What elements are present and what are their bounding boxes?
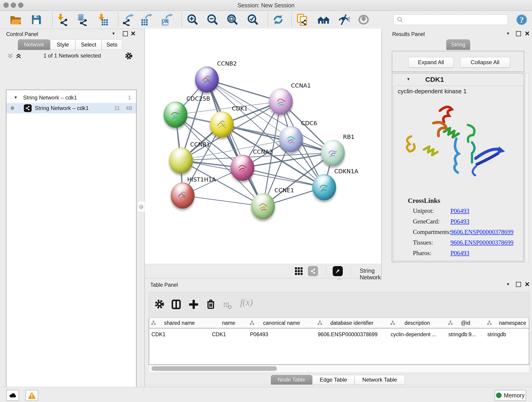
- left-splitter-handle[interactable]: [138, 201, 145, 212]
- network-row-selected[interactable]: String Network – cdk1 11 48: [6, 103, 136, 114]
- tab-select[interactable]: Select: [75, 39, 102, 50]
- network-node-label: CDC25B: [186, 95, 210, 102]
- hide-selected-icon[interactable]: [337, 13, 350, 26]
- table-cell[interactable]: stringdb:9...: [446, 330, 485, 339]
- export-network-icon[interactable]: [122, 13, 135, 26]
- close-panel-icon[interactable]: [525, 282, 529, 287]
- section-expander-icon[interactable]: ▼: [406, 77, 410, 82]
- window-title: Session: New Session: [0, 2, 532, 9]
- search-input[interactable]: [394, 14, 508, 25]
- home-view-icon[interactable]: [317, 13, 330, 26]
- memory-button[interactable]: Memory: [495, 390, 526, 401]
- import-network-icon[interactable]: [56, 13, 69, 26]
- export-image-icon[interactable]: [160, 13, 173, 26]
- crosslinks-list: Uniprot:P06493GeneCard:P06493Compartment…: [394, 86, 523, 261]
- control-panel: Control Panel ▼ Network Style Select Set…: [0, 29, 144, 387]
- network-collection-row[interactable]: ▼ String Network – cdk1 1: [6, 92, 136, 103]
- delete-column-icon[interactable]: [205, 299, 216, 311]
- zoom-selected-icon[interactable]: [246, 13, 260, 26]
- table-cell[interactable]: stringdb: [485, 330, 529, 339]
- node-count: 11: [114, 105, 120, 111]
- show-eye-icon[interactable]: [357, 13, 370, 26]
- table-cell[interactable]: P06493: [248, 330, 316, 339]
- network-node-label: CCNB2: [217, 60, 237, 67]
- open-folder-icon[interactable]: [9, 13, 22, 26]
- crosslink-link[interactable]: P06493: [450, 218, 469, 225]
- save-session-icon[interactable]: [30, 13, 43, 26]
- float-panel-icon[interactable]: [516, 31, 521, 36]
- toolbar-divider: [326, 266, 326, 275]
- network-node-RB1[interactable]: [321, 140, 345, 166]
- network-node-label: RB1: [343, 134, 355, 140]
- table-panel-title: Table Panel: [150, 282, 178, 288]
- collection-label: String Network – cdk1: [23, 95, 77, 101]
- tab-edge-table[interactable]: Edge Table: [312, 375, 355, 385]
- import-database-icon[interactable]: [75, 13, 88, 26]
- table-gear-icon[interactable]: [154, 299, 165, 311]
- table-cell[interactable]: CDK1: [210, 330, 248, 339]
- network-node-CDC25B[interactable]: [164, 102, 187, 128]
- create-column-icon[interactable]: [188, 299, 199, 311]
- search-text-field[interactable]: [404, 16, 507, 23]
- crosslink-link[interactable]: 9606.ENSP00000378699: [450, 239, 513, 246]
- gear-icon[interactable]: [124, 51, 133, 61]
- birdseye-grid-icon[interactable]: [294, 267, 303, 277]
- tab-style[interactable]: Style: [50, 39, 75, 50]
- float-panel-icon[interactable]: [516, 282, 521, 287]
- protein-ribbon-thumbnail: [200, 73, 214, 88]
- network-node-CDK1[interactable]: [210, 111, 234, 138]
- zoom-out-icon[interactable]: [206, 13, 219, 26]
- network-node-CCNB2[interactable]: [195, 66, 219, 93]
- results-panel-title: Results Panel: [392, 31, 425, 37]
- table-h-scrollbar[interactable]: [149, 365, 529, 372]
- export-table-icon[interactable]: [139, 13, 153, 26]
- string-view-toggle-icon[interactable]: [308, 266, 318, 276]
- warning-button[interactable]: [25, 390, 38, 401]
- network-node-CCNA1[interactable]: [269, 89, 293, 115]
- crosslink-link[interactable]: P06493: [450, 207, 469, 215]
- network-node-label: CCNE1: [274, 187, 294, 194]
- string-network-icon: [24, 104, 32, 112]
- refresh-view-icon[interactable]: [272, 13, 285, 26]
- panel-menu-icon[interactable]: ▼: [506, 32, 510, 36]
- network-canvas[interactable]: CCNB2CCNA1CDC25BCDK1CDC6RB1CCNB1CCNA2CDK…: [145, 29, 381, 264]
- close-panel-icon[interactable]: [525, 31, 529, 36]
- import-table-icon[interactable]: [96, 13, 109, 26]
- results-scrollbar[interactable]: [525, 73, 529, 262]
- panel-menu-icon[interactable]: ▼: [112, 32, 115, 36]
- zoom-fit-icon[interactable]: [226, 13, 239, 26]
- close-panel-icon[interactable]: [131, 31, 135, 36]
- network-node-label: HIST1H1A: [187, 176, 216, 183]
- tab-network-table[interactable]: Network Table: [355, 375, 405, 385]
- expand-all-button[interactable]: Expand All: [408, 57, 454, 68]
- network-node-CCNE1[interactable]: [251, 193, 275, 219]
- tab-network[interactable]: Network: [18, 39, 50, 50]
- cloud-button[interactable]: [6, 390, 19, 401]
- gene-detail-box: cyclin-dependent kinase 1 CrossLinks: [393, 86, 523, 261]
- table-cell[interactable]: cyclin-dependent ...: [388, 330, 446, 339]
- tab-string[interactable]: String: [446, 39, 470, 50]
- float-panel-icon[interactable]: [123, 31, 128, 36]
- crosslink-link[interactable]: P06493: [450, 249, 469, 257]
- scrollbar-thumb[interactable]: [152, 366, 277, 371]
- table-cell[interactable]: CDK1: [149, 330, 210, 339]
- zoom-in-icon[interactable]: [186, 13, 199, 26]
- clone-network-icon[interactable]: [296, 13, 309, 26]
- toolbar-separator: [118, 13, 119, 27]
- tab-sets[interactable]: Sets: [102, 39, 122, 50]
- panel-menu-icon[interactable]: ▼: [506, 282, 510, 287]
- collapse-all-button[interactable]: Collapse All: [460, 57, 510, 68]
- tree-expander-icon[interactable]: ▼: [14, 95, 18, 100]
- network-node-CDC6[interactable]: [279, 126, 303, 152]
- select-columns-icon[interactable]: [171, 299, 182, 311]
- network-node-CCNB1[interactable]: [169, 147, 193, 173]
- crosslink-link[interactable]: 9606.ENSP00000378699: [450, 229, 513, 236]
- table-cell[interactable]: 9606.ENSP00000378699: [316, 330, 388, 339]
- open-external-icon[interactable]: [333, 266, 343, 276]
- protein-ribbon-thumbnail: [215, 118, 229, 133]
- network-node-CDKN1A[interactable]: [312, 174, 336, 200]
- network-node-HIST1H1A[interactable]: [171, 182, 195, 209]
- tab-node-table[interactable]: Node Table: [271, 375, 312, 385]
- help-icon[interactable]: ?: [515, 13, 528, 26]
- network-node-CCNA2[interactable]: [230, 155, 254, 181]
